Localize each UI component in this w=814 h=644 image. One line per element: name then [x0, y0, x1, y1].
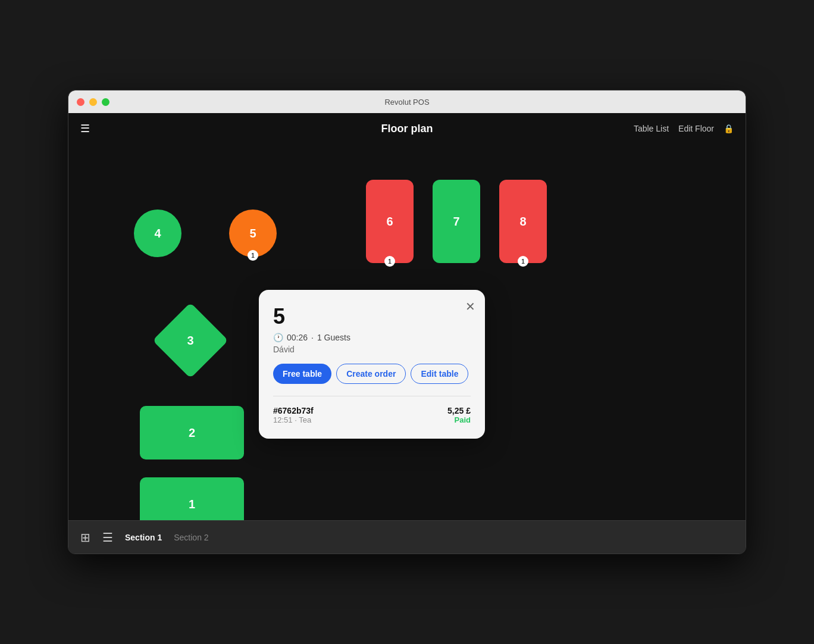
edit-table-button[interactable]: Edit table — [411, 364, 468, 384]
table-popup: ✕ 5 🕐 00:26 · 1 Guests Dávid Free table … — [259, 290, 485, 439]
table-5-label: 5 — [249, 227, 256, 240]
table-2-label: 2 — [189, 426, 195, 440]
table-8-badge: 1 — [518, 256, 528, 267]
table-8-label: 8 — [519, 215, 526, 229]
table-5-badge: 1 — [248, 250, 258, 261]
lock-icon[interactable]: 🔒 — [724, 124, 734, 133]
edit-floor-link[interactable]: Edit Floor — [678, 124, 714, 133]
order-id: #6762b73f — [273, 406, 314, 415]
window-title: Revolut POS — [384, 98, 429, 107]
maximize-button[interactable] — [102, 98, 109, 106]
table-1[interactable]: 1 — [140, 477, 244, 520]
order-right: 5,25 £ Paid — [447, 406, 471, 424]
popup-divider — [273, 396, 471, 396]
minimize-button[interactable] — [89, 98, 97, 106]
order-price: 5,25 £ — [447, 406, 471, 415]
title-bar: Revolut POS — [68, 90, 746, 113]
table-3[interactable]: 3 — [155, 305, 226, 376]
bottom-bar: ⊞ ☰ Section 1 Section 2 — [68, 520, 746, 554]
popup-time-guests: 🕐 00:26 · 1 Guests — [273, 333, 471, 342]
close-button[interactable] — [77, 98, 84, 106]
table-7[interactable]: 7 — [433, 180, 480, 263]
table-1-label: 1 — [189, 498, 195, 511]
popup-time: 00:26 — [287, 333, 308, 342]
order-item: Tea — [299, 415, 311, 424]
section-1-tab[interactable]: Section 1 — [125, 530, 162, 545]
popup-close-button[interactable]: ✕ — [465, 299, 475, 314]
table-6-label: 6 — [386, 215, 393, 229]
page-title: Floor plan — [381, 123, 433, 135]
table-6-badge: 1 — [384, 256, 395, 267]
table-list-link[interactable]: Table List — [634, 124, 669, 133]
table-3-label: 3 — [187, 334, 193, 348]
section-2-tab[interactable]: Section 2 — [174, 530, 208, 545]
popup-order[interactable]: #6762b73f 12:51 · Tea 5,25 £ Paid — [273, 406, 471, 424]
popup-separator: · — [311, 333, 314, 342]
menu-icon[interactable]: ☰ — [80, 122, 90, 135]
popup-guest-name: Dávid — [273, 345, 471, 354]
table-6[interactable]: 6 1 — [366, 180, 414, 263]
popup-actions: Free table Create order Edit table — [273, 364, 471, 384]
grid-icon[interactable]: ⊞ — [80, 530, 90, 545]
table-4[interactable]: 4 — [134, 210, 181, 257]
table-8[interactable]: 8 1 — [499, 180, 547, 263]
list-icon[interactable]: ☰ — [102, 530, 113, 545]
app-window: Revolut POS ☰ Floor plan Table List Edit… — [68, 90, 746, 554]
order-sub: 12:51 · Tea — [273, 415, 314, 424]
popup-guests: 1 Guests — [317, 333, 350, 342]
order-left: #6762b73f 12:51 · Tea — [273, 406, 314, 424]
free-table-button[interactable]: Free table — [273, 364, 331, 384]
order-status: Paid — [447, 415, 471, 424]
popup-table-number: 5 — [273, 304, 471, 329]
table-7-label: 7 — [453, 215, 459, 229]
floor-plan: 4 5 1 6 1 7 8 1 3 2 1 — [68, 144, 746, 520]
clock-icon: 🕐 — [273, 333, 283, 342]
order-time: 12:51 — [273, 415, 293, 424]
table-2[interactable]: 2 — [140, 406, 244, 459]
window-controls — [77, 98, 109, 106]
header-actions: Table List Edit Floor 🔒 — [634, 124, 734, 133]
table-5[interactable]: 5 1 — [229, 210, 277, 257]
header: ☰ Floor plan Table List Edit Floor 🔒 — [68, 113, 746, 144]
table-4-label: 4 — [154, 227, 161, 240]
create-order-button[interactable]: Create order — [336, 364, 406, 384]
